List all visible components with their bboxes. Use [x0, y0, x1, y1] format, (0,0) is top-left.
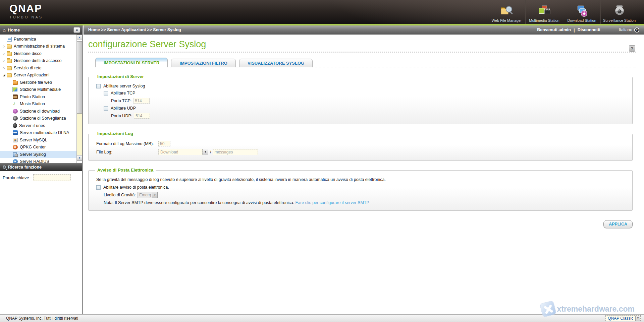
function-search-header: Ricerca funzione	[0, 163, 82, 171]
enable-syslog-checkbox[interactable]	[96, 84, 101, 88]
app-shortcut-label: Download Station	[567, 18, 596, 22]
tree-expand-icon[interactable]: ▷	[2, 45, 6, 48]
keyword-label: Parola chiave :	[3, 175, 32, 180]
app-shortcut-surveillance-station[interactable]: Surveillance Station	[600, 0, 638, 24]
tab-impostazioni-di-server[interactable]: IMPOSTAZIONI DI SERVER	[95, 58, 168, 67]
home-icon: ⌂	[3, 27, 6, 33]
tree-item[interactable]: QPKG Center	[0, 144, 76, 151]
session-controls: Benvenuti admin | Disconnetti	[537, 27, 600, 33]
tree-item-icon	[13, 138, 18, 142]
email-alert-description: Se la gravità del messaggio di log ricev…	[96, 177, 626, 182]
tree-item[interactable]: Server Syslog	[0, 151, 76, 158]
enable-tcp-label: Abilitare TCP	[111, 91, 135, 95]
separator: |	[574, 27, 575, 33]
severity-select[interactable]: Emerg ▼	[138, 192, 158, 198]
tree-item[interactable]: Server multimediale DLNA	[0, 129, 76, 137]
tree-item-label: Stazione di download	[20, 109, 60, 114]
breadcrumb: Home >> Server Applicazioni >> Server Sy…	[88, 27, 537, 32]
tree-item-icon	[13, 159, 18, 163]
web-file-manager-icon	[499, 4, 514, 18]
language-selector[interactable]: Italiano ▼	[619, 27, 639, 33]
tree-item[interactable]: Music Station	[0, 101, 76, 108]
main-area: Home >> Server Applicazioni >> Server Sy…	[84, 25, 644, 314]
log-folder-select[interactable]: Download ▼	[158, 149, 208, 155]
tree-expand-icon[interactable]: ▷	[2, 59, 6, 62]
tab-bar: IMPOSTAZIONI DI SERVER IMPOSTAZIONI FILT…	[95, 58, 636, 67]
tree-item-icon	[7, 52, 12, 56]
tree-item[interactable]: Server iTunes	[0, 122, 76, 129]
tree-item-label: Server Applicazioni	[14, 73, 49, 77]
log-file-name-input[interactable]	[213, 149, 258, 155]
tree-expand-icon[interactable]: ◢	[2, 73, 6, 77]
tab-visualizzatore-syslog[interactable]: VISUALIZZATORE SYSLOG	[239, 59, 313, 67]
scrollbar-up-arrow[interactable]: ▲	[77, 35, 82, 40]
tab-impostazioni-filtro[interactable]: IMPOSTAZIONI FILTRO	[171, 59, 236, 67]
udp-port-label: Porta UDP:	[111, 114, 132, 118]
tree-expand-icon[interactable]: ▷	[2, 66, 6, 70]
tree-item[interactable]: ▷ Amministrazione di sistema	[0, 43, 76, 50]
enable-syslog-row: Abilitare server Syslog	[96, 84, 626, 88]
tree-item-label: Server iTunes	[19, 123, 45, 128]
app-shortcut-label: Web File Manager	[492, 18, 522, 22]
path-separator: /	[210, 150, 211, 154]
log-file-row: File Log: Download ▼ /	[96, 149, 626, 155]
smtp-config-link[interactable]: Fare clic per configurare il server SMTP	[296, 200, 369, 205]
tree-item-icon	[13, 145, 18, 149]
tree-item-icon	[7, 66, 12, 70]
severity-select-value: Emerg	[138, 192, 152, 198]
theme-select[interactable]: QNAP Classic ▼	[605, 315, 641, 321]
app-shortcut-web-file-manager[interactable]: Web File Manager	[488, 0, 525, 24]
tree-item[interactable]: ▷ Gestione disco	[0, 50, 76, 57]
tree-rows: Panoramica ▷ Amministrazione di sistema …	[0, 36, 76, 163]
tcp-port-input[interactable]	[133, 98, 150, 104]
scrollbar-down-arrow[interactable]: ▼	[77, 155, 82, 161]
tree-item-label: Servizio di rete	[14, 66, 42, 70]
tree-item-icon	[7, 59, 12, 63]
sidebar-collapse-button[interactable]: «	[73, 27, 80, 33]
function-search-title: Ricerca funzione	[8, 165, 42, 170]
app-shortcut-multimedia-station[interactable]: Multimedia Station	[525, 0, 563, 24]
tree-item[interactable]: Server MySQL	[0, 136, 76, 144]
download-station-icon	[575, 4, 589, 18]
tree-item[interactable]: Panoramica	[0, 36, 76, 43]
enable-udp-row: Abilitare UDP	[104, 106, 626, 111]
enable-syslog-label: Abilitare server Syslog	[103, 84, 145, 88]
log-folder-select-value: Download	[158, 149, 203, 155]
logout-link[interactable]: Disconnetti	[578, 27, 600, 32]
severity-label: Livello di Gravità:	[104, 193, 136, 197]
tree-item[interactable]: ◢ Server Applicazioni	[0, 72, 76, 79]
apply-button[interactable]: APPLICA	[603, 220, 633, 228]
tree-item-icon	[13, 116, 18, 121]
scrollbar-thumb[interactable]	[77, 41, 82, 114]
tree-item[interactable]: Gestione file web	[0, 79, 76, 86]
breadcrumb-bar: Home >> Server Applicazioni >> Server Sy…	[84, 25, 644, 35]
max-log-size-input[interactable]	[158, 141, 170, 146]
tree-item[interactable]: Stazione Multimediale	[0, 86, 76, 93]
server-settings-legend: Impostazioni di Server	[95, 74, 146, 79]
smtp-note-text: Nota: Il Server SMTP deve essere configu…	[104, 200, 294, 205]
title-divider	[88, 52, 636, 53]
tree-item-label: Gestione file web	[20, 80, 52, 85]
app-shortcut-download-station[interactable]: Download Station	[563, 0, 600, 24]
udp-port-input[interactable]	[134, 113, 150, 119]
sidebar: ⌂ Home « Panoramica ▷ Amministrazione di…	[0, 25, 83, 314]
enable-udp-checkbox[interactable]	[104, 106, 108, 111]
enable-tcp-checkbox[interactable]	[104, 91, 108, 95]
enable-tcp-row: Abilitare TCP	[104, 91, 626, 95]
tree-item[interactable]: Server RADIUS	[0, 158, 76, 164]
max-log-size-label: Formato di Log Massimo (MB):	[96, 141, 157, 146]
enable-mail-checkbox[interactable]	[96, 185, 101, 190]
tree-item[interactable]: ▷ Gestione diritti di accesso	[0, 57, 76, 65]
tree-item-icon	[13, 102, 18, 106]
help-button[interactable]: ?	[629, 45, 635, 52]
keyword-search-row: Parola chiave :	[0, 171, 82, 181]
search-icon	[3, 166, 6, 169]
tree-item-label: Stazione Multimediale	[20, 87, 61, 92]
tree-item[interactable]: Photo Station	[0, 93, 76, 101]
tree-item-label: Server multimediale DLNA	[20, 130, 69, 135]
tree-expand-icon[interactable]: ▷	[2, 52, 6, 55]
tree-item[interactable]: ▷ Servizio di rete	[0, 64, 76, 72]
tree-item[interactable]: Stazione di download	[0, 108, 76, 115]
tree-item[interactable]: Stazione di Sorveglianza	[0, 115, 76, 122]
keyword-input[interactable]	[33, 174, 71, 181]
